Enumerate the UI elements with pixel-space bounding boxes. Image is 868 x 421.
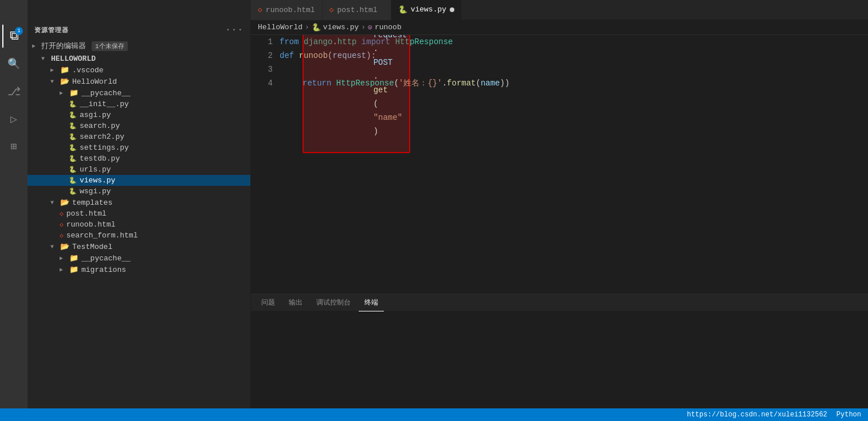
sidebar-item-wsgi[interactable]: 🐍 wsgi.py: [28, 186, 250, 197]
sidebar-tree: ▼ HELLOWORLD ▶ 📁 .vscode ▼ 📂 HelloWorld: [28, 52, 250, 408]
panel-content[interactable]: [251, 311, 868, 408]
sidebar-item-migrations[interactable]: ▶ 📁 migrations: [28, 264, 250, 275]
item-label: __pycache__: [81, 89, 131, 98]
py-icon: 🐍: [69, 133, 77, 141]
item-label: __init__.py: [80, 100, 129, 108]
py-icon: 🐍: [69, 100, 77, 108]
code-line-4: return HttpResponse ( '姓名：{}' . format (…: [280, 76, 868, 90]
item-label: search.py: [80, 122, 120, 130]
py-icon: 🐍: [69, 188, 77, 195]
item-label: asgi.py: [80, 111, 111, 119]
panel-tab-debug[interactable]: 调试控制台: [311, 294, 356, 311]
item-label: search_form.html: [66, 231, 138, 240]
py-icon: 🐍: [69, 144, 77, 151]
status-lang[interactable]: Python: [836, 411, 861, 419]
sidebar-item-templates[interactable]: ▼ 📂 templates: [28, 197, 250, 208]
source-control-activity-icon[interactable]: ⎇: [2, 80, 25, 103]
py-breadcrumb-icon: 🐍: [312, 23, 321, 32]
html-icon: ◇: [60, 232, 64, 239]
sidebar-item-views[interactable]: 🐍 views.py: [28, 175, 250, 186]
root-label: HELLOWORLD: [51, 54, 96, 63]
open-editors-label: 打开的编辑器: [41, 41, 86, 51]
folder-icon: 📂: [60, 242, 69, 251]
editor-tabs: ◇ runoob.html ◇ post.html 🐍 views.py: [251, 0, 868, 20]
panel-tab-output[interactable]: 输出: [283, 294, 308, 311]
item-label: search2.py: [80, 132, 124, 141]
panel-tabs: 问题 输出 调试控制台 终端: [251, 294, 868, 311]
sidebar-item-urls[interactable]: 🐍 urls.py: [28, 164, 250, 175]
status-right: https://blog.csdn.net/xulei1132562 Pytho…: [687, 411, 861, 419]
tab-label: views.py: [411, 5, 446, 14]
item-label: wsgi.py: [80, 187, 111, 196]
folder-icon: 📂: [60, 77, 69, 86]
py-file-icon: 🐍: [398, 5, 407, 14]
py-icon: 🐍: [69, 155, 77, 162]
unsaved-badge: 1个未保存: [92, 41, 128, 51]
sidebar-item-search[interactable]: 🐍 search.py: [28, 120, 250, 131]
sidebar-item-settings[interactable]: 🐍 settings.py: [28, 142, 250, 153]
files-activity-icon[interactable]: ⧉ 1: [2, 25, 25, 48]
tab-bar: ◇ runoob.html ◇ post.html 🐍 views.py: [0, 0, 868, 20]
code-line-3: name = request . POST . get ( "name" ): [280, 63, 868, 76]
item-label: runoob.html: [66, 220, 116, 229]
item-label: post.html: [66, 209, 107, 218]
py-icon: 🐍: [69, 111, 77, 119]
sidebar-item-testdb[interactable]: 🐍 testdb.py: [28, 153, 250, 164]
sidebar-item-vscode[interactable]: ▶ 📁 .vscode: [28, 64, 250, 76]
py-icon: 🐍: [69, 177, 77, 184]
open-editors-section[interactable]: ▶ 打开的编辑器 1个未保存: [28, 40, 250, 52]
tab-label: runoob.html: [266, 6, 315, 14]
html-file-icon: ◇: [329, 5, 334, 14]
sidebar-item-search2[interactable]: 🐍 search2.py: [28, 131, 250, 142]
panel-tab-terminal[interactable]: 终端: [359, 294, 384, 311]
html-icon: ◇: [60, 221, 64, 228]
folder-icon: 📂: [60, 198, 69, 207]
item-label: migrations: [81, 266, 126, 274]
breadcrumb-helloworld[interactable]: HelloWorld: [258, 23, 303, 32]
code-editor[interactable]: from django.http import HttpResponse def…: [280, 35, 868, 294]
item-label: __pycache__: [81, 254, 131, 263]
sidebar-item-root[interactable]: ▼ HELLOWORLD: [28, 53, 250, 64]
tab-runoob-html[interactable]: ◇ runoob.html: [251, 0, 323, 20]
editor-content[interactable]: 1 2 3 4 from django.http import HttpRes: [251, 35, 868, 294]
sidebar-item-runoob-html[interactable]: ◇ runoob.html: [28, 219, 250, 230]
py-icon: 🐍: [69, 166, 77, 173]
tab-modified-dot: [450, 7, 454, 12]
sidebar-item-helloworld[interactable]: ▼ 📂 HelloWorld: [28, 76, 250, 87]
breadcrumb-runoob[interactable]: runoob: [375, 23, 402, 32]
sidebar-item-pycache[interactable]: ▶ 📁 __pycache__: [28, 87, 250, 99]
sidebar-item-search-form-html[interactable]: ◇ search_form.html: [28, 230, 250, 241]
sidebar-item-init[interactable]: 🐍 __init__.py: [28, 99, 250, 110]
editor-area: HelloWorld › 🐍 views.py › ⊙ runoob 1 2 3…: [251, 20, 868, 408]
tab-post-html[interactable]: ◇ post.html: [323, 0, 391, 20]
sidebar-item-post-html[interactable]: ◇ post.html: [28, 208, 250, 219]
sidebar-item-pycache2[interactable]: ▶ 📁 __pycache__: [28, 252, 250, 264]
sidebar-item-testmodel[interactable]: ▼ 📂 TestModel: [28, 241, 250, 252]
sidebar-more-button[interactable]: ···: [225, 25, 243, 35]
folder-icon: 📁: [69, 88, 78, 98]
item-label: templates: [72, 198, 112, 207]
root-arrow: ▼: [41, 56, 48, 62]
item-label: urls.py: [80, 165, 111, 174]
panel-tab-problems[interactable]: 问题: [256, 294, 281, 311]
sidebar: 资源管理器 ··· ▶ 打开的编辑器 1个未保存 ▼ HELLOWORLD ▶ …: [28, 20, 251, 408]
sidebar-title: 资源管理器: [34, 26, 69, 34]
sidebar-item-asgi[interactable]: 🐍 asgi.py: [28, 110, 250, 120]
breadcrumb: HelloWorld › 🐍 views.py › ⊙ runoob: [251, 20, 868, 35]
sidebar-header: 资源管理器 ···: [28, 20, 250, 40]
bottom-panel: 问题 输出 调试控制台 终端: [251, 294, 868, 408]
activity-bar: ⧉ 1 🔍 ⎇ ▷ ⊞: [0, 20, 28, 408]
status-bar: https://blog.csdn.net/xulei1132562 Pytho…: [0, 408, 868, 421]
item-label: testdb.py: [80, 154, 120, 163]
status-url[interactable]: https://blog.csdn.net/xulei1132562: [687, 411, 827, 419]
run-activity-icon[interactable]: ▷: [2, 107, 25, 130]
search-activity-icon[interactable]: 🔍: [2, 52, 25, 75]
item-label: views.py: [80, 176, 115, 185]
folder-icon: 📁: [69, 265, 78, 274]
breadcrumb-views-py[interactable]: views.py: [323, 23, 359, 32]
item-label: settings.py: [80, 143, 129, 152]
item-label: TestModel: [72, 243, 112, 251]
folder-icon: 📁: [69, 254, 78, 263]
tab-views-py[interactable]: 🐍 views.py: [391, 0, 462, 20]
extensions-activity-icon[interactable]: ⊞: [2, 135, 25, 158]
